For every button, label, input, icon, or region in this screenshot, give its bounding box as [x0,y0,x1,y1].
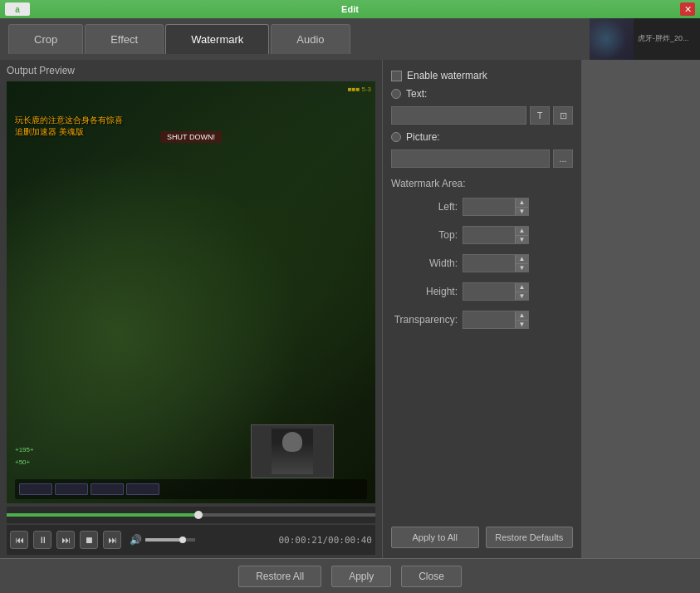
text-radio[interactable] [391,89,401,99]
bottom-bar: Restore All Apply Close [0,558,700,593]
prev-button[interactable]: ⏮ [10,531,28,549]
volume-thumb[interactable] [179,537,186,543]
transparency-down[interactable]: ▼ [515,321,528,329]
hud-icon1 [19,483,52,495]
seekbar-area[interactable] [7,507,375,523]
hud-icon4 [126,483,159,495]
left-down[interactable]: ▼ [515,208,528,216]
hud-stats: +195+ [15,446,34,453]
video-panel: Output Preview 玩长鹿的注意这合身各有惊喜 追删加速器 美魂版 S… [0,60,382,558]
tab-bar: Crop Effect Watermark Audio [0,18,590,60]
hud-icon3 [91,483,124,495]
width-down[interactable]: ▼ [515,264,528,272]
text-color-button[interactable]: ⊡ [553,106,573,125]
right-action-buttons: Apply to All Restore Defaults [391,510,573,548]
pip-person [272,429,313,474]
seekbar-fill [7,513,198,517]
top-arrows: ▲ ▼ [515,227,528,243]
width-arrows: ▲ ▼ [515,255,528,272]
top-spinner[interactable]: ▲ ▼ [463,226,529,244]
tab-crop[interactable]: Crop [8,24,83,54]
height-row: Height: ▲ ▼ [391,282,573,301]
top-down[interactable]: ▼ [515,236,528,244]
game-hud-bar [15,479,367,499]
close-dialog-button[interactable]: Close [401,566,462,587]
left-arrows: ▲ ▼ [515,198,528,215]
left-row: Left: ▲ ▼ [391,198,573,216]
next-frame-button[interactable]: ⏭ [56,531,75,549]
end-button[interactable]: ⏭ [103,531,121,549]
left-up[interactable]: ▲ [515,198,528,208]
hud-icon2 [55,483,88,495]
chinese-text-overlay: 玩长鹿的注意这合身各有惊喜 追删加速器 美魂版 [15,115,123,138]
transparency-label: Transparency: [391,314,458,326]
watermark-settings-panel: Enable watermark Text: T ⊡ Picture: ... … [382,60,581,558]
enable-watermark-row: Enable watermark [391,70,573,81]
video-container: 玩长鹿的注意这合身各有惊喜 追删加速器 美魂版 SHUT DOWN! ■■■ 5… [7,81,375,503]
browse-button[interactable]: ... [553,149,573,168]
width-spinner[interactable]: ▲ ▼ [463,254,529,272]
transparency-arrows: ▲ ▼ [515,311,528,328]
thumbnail-preview: 虎牙-胖炸_20... [588,18,700,60]
enable-watermark-checkbox[interactable] [391,71,402,81]
hud-stats2: +50+ [15,458,30,466]
text-input[interactable] [391,106,526,125]
transparency-up[interactable]: ▲ [515,311,528,321]
pip-webcam [251,424,334,478]
left-spinner[interactable]: ▲ ▼ [463,198,529,216]
transparency-row: Transparency: ▲ ▼ [391,311,573,329]
tab-effect[interactable]: Effect [85,24,164,54]
enable-watermark-label: Enable watermark [407,70,487,81]
restore-defaults-button[interactable]: Restore Defaults [486,527,574,548]
hud-scores: ■■■ 5-3 [348,86,371,93]
app-logo: a [5,2,30,16]
time-display: 00:00:21/00:00:40 [278,535,372,546]
left-label: Left: [391,201,458,213]
tab-watermark[interactable]: Watermark [165,24,269,54]
tab-audio[interactable]: Audio [271,24,350,54]
height-label: Height: [391,286,458,297]
top-label: Top: [391,229,458,241]
transparency-spinner[interactable]: ▲ ▼ [463,311,529,329]
volume-area: 🔊 [130,534,195,546]
text-input-row: T ⊡ [391,106,573,125]
close-button[interactable]: ✕ [680,2,695,16]
title-bar: a Edit ✕ [0,0,700,18]
top-row: Top: ▲ ▼ [391,226,573,244]
height-up[interactable]: ▲ [515,283,528,292]
height-spinner[interactable]: ▲ ▼ [463,282,529,301]
apply-to-all-button[interactable]: Apply to All [391,527,479,548]
restore-all-button[interactable]: Restore All [238,566,321,587]
play-pause-button[interactable]: ⏸ [33,531,51,549]
video-bg: 玩长鹿的注意这合身各有惊喜 追删加速器 美魂版 SHUT DOWN! ■■■ 5… [7,81,375,503]
top-up[interactable]: ▲ [515,227,528,236]
picture-input[interactable] [391,149,550,168]
window-title: Edit [341,4,359,14]
picture-radio-label: Picture: [406,131,440,143]
width-label: Width: [391,257,458,269]
thumb-label: 虎牙-胖炸_20... [634,32,693,47]
width-up[interactable]: ▲ [515,255,528,264]
controls-bar: ⏮ ⏸ ⏭ ⏹ ⏭ 🔊 00:00:21/00:00:40 [7,525,375,555]
main-area: Output Preview 玩长鹿的注意这合身各有惊喜 追删加速器 美魂版 S… [0,60,700,558]
volume-fill [145,538,183,542]
stop-button[interactable]: ⏹ [80,531,98,549]
apply-button[interactable]: Apply [331,566,391,587]
title-bar-logo: a [5,2,33,16]
height-down[interactable]: ▼ [515,292,528,301]
volume-icon[interactable]: 🔊 [130,534,142,546]
output-preview-label: Output Preview [0,60,382,81]
width-row: Width: ▲ ▼ [391,254,573,272]
seekbar-thumb[interactable] [194,511,203,519]
text-radio-label: Text: [406,88,427,100]
picture-radio[interactable] [391,132,401,142]
picture-input-row: ... [391,149,573,168]
thumb-image [588,18,634,60]
height-arrows: ▲ ▼ [515,283,528,300]
picture-radio-row: Picture: [391,131,573,143]
text-radio-row: Text: [391,88,573,100]
volume-slider[interactable] [145,538,195,542]
shutdown-banner: SHUT DOWN! [160,131,222,143]
text-format-button[interactable]: T [530,106,550,125]
seekbar-track[interactable] [7,513,375,517]
